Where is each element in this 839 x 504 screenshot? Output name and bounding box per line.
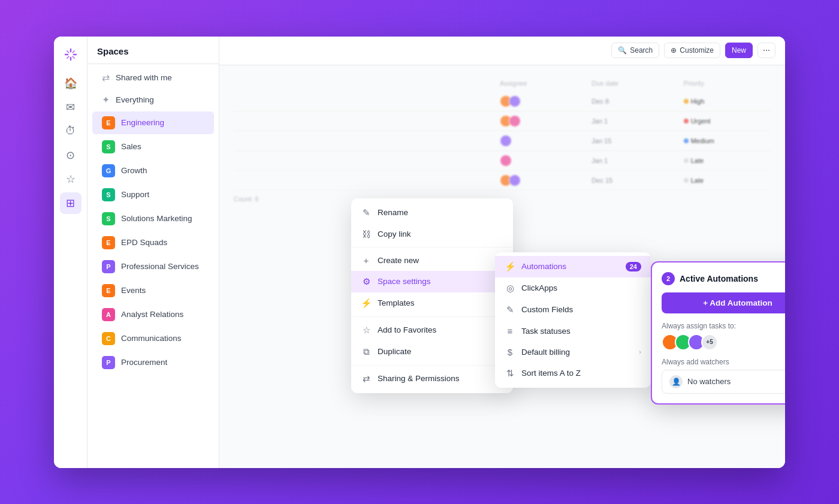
procurement-badge: P xyxy=(102,356,115,369)
sidebar-item-everything[interactable]: ✦ Everything xyxy=(92,89,214,110)
menu-create-new[interactable]: + Create new › xyxy=(351,250,513,271)
sort-icon: ⇅ xyxy=(505,368,515,379)
epd-badge: E xyxy=(102,236,115,249)
panel-header: 2 Active Automations xyxy=(662,272,785,285)
analyst-badge: A xyxy=(102,308,115,321)
submenu: ⚡ Automations 24 ◎ ClickApps ✎ Custom Fi… xyxy=(495,252,651,388)
sidebar-item-label: Procurement xyxy=(121,358,167,367)
engineering-badge: E xyxy=(102,116,115,129)
sidebar-item-engineering[interactable]: E Engineering xyxy=(92,111,214,134)
sidebar-item-label: Growth xyxy=(121,166,147,175)
submenu-sort-label: Sort items A to Z xyxy=(521,369,581,378)
automations-badge: 24 xyxy=(626,262,641,271)
add-automation-button[interactable]: + Add Automation xyxy=(662,292,785,313)
sidebar: Spaces ⇄ Shared with me ✦ Everything E E… xyxy=(87,37,219,468)
menu-create-label: Create new xyxy=(378,256,419,265)
menu-templates-label: Templates xyxy=(378,298,415,307)
menu-copy-label: Copy link xyxy=(378,230,411,239)
events-badge: E xyxy=(102,284,115,297)
submenu-billing[interactable]: $ Default billing › xyxy=(495,342,651,363)
communications-badge: C xyxy=(102,332,115,345)
app-window: 🏠 ✉ ⏱ ⊙ ☆ ⊞ Spaces ⇄ Shared with me ✦ Ev… xyxy=(54,37,785,468)
sidebar-item-events[interactable]: E Events xyxy=(92,279,214,302)
sidebar-item-label: Events xyxy=(121,286,146,295)
sidebar-item-support[interactable]: S Support xyxy=(92,183,214,206)
submenu-task-statuses[interactable]: ≡ Task statuses xyxy=(495,321,651,342)
menu-divider xyxy=(351,316,513,317)
nav-inbox[interactable]: ✉ xyxy=(60,96,82,118)
sidebar-item-communications[interactable]: C Communications xyxy=(92,327,214,350)
sidebar-item-label: Everything xyxy=(116,95,154,104)
menu-templates[interactable]: ⚡ Templates › xyxy=(351,292,513,314)
link-icon: ⛓ xyxy=(361,229,372,239)
sidebar-item-label: Communications xyxy=(121,334,182,343)
nav-favorites[interactable]: ☆ xyxy=(60,168,82,190)
nav-chat[interactable]: ⊙ xyxy=(60,144,82,166)
context-menu: ✎ Rename ⛓ Copy link + Create new › ⚙ xyxy=(351,198,513,393)
sidebar-item-procurement[interactable]: P Procurement xyxy=(92,351,214,374)
sharing-icon: ⇄ xyxy=(361,373,372,384)
submenu-automations[interactable]: ⚡ Automations 24 xyxy=(495,256,651,277)
menu-copy-link[interactable]: ⛓ Copy link xyxy=(351,224,513,245)
sidebar-item-shared[interactable]: ⇄ Shared with me xyxy=(92,67,214,88)
sidebar-item-label: Solutions Marketing xyxy=(121,214,192,223)
fields-icon: ✎ xyxy=(505,304,515,315)
menu-overlay: ✎ Rename ⛓ Copy link + Create new › ⚙ xyxy=(219,37,785,468)
submenu-automations-label: Automations xyxy=(521,262,566,271)
menu-duplicate-label: Duplicate xyxy=(378,347,411,356)
sidebar-item-label: Support xyxy=(121,190,149,199)
no-watchers-button[interactable]: 👤 No watchers xyxy=(662,370,785,394)
chevron-right-icon: › xyxy=(639,348,641,355)
menu-sharing[interactable]: ⇄ Sharing & Permissions xyxy=(351,368,513,390)
sidebar-item-epd[interactable]: E EPD Squads xyxy=(92,231,214,254)
sidebar-item-label: Analyst Relations xyxy=(121,310,183,319)
submenu-sort[interactable]: ⇅ Sort items A to Z xyxy=(495,363,651,384)
sidebar-item-analyst[interactable]: A Analyst Relations xyxy=(92,303,214,326)
panel-title: Active Automations xyxy=(680,274,758,283)
sidebar-divider xyxy=(87,64,219,64)
sidebar-item-label: Professional Services xyxy=(121,262,199,271)
growth-badge: G xyxy=(102,164,115,177)
sidebar-item-label: Shared with me xyxy=(116,73,172,82)
menu-settings-label: Space settings xyxy=(378,277,431,286)
submenu-fields-label: Custom Fields xyxy=(521,305,573,314)
main-content: 🔍 Search ⊕ Customize New ⋯ Assigne xyxy=(219,37,785,468)
sidebar-item-label: EPD Squads xyxy=(121,238,167,247)
professional-badge: P xyxy=(102,260,115,273)
menu-rename-label: Rename xyxy=(378,208,408,217)
automation-panel: 2 Active Automations + Add Automation Al… xyxy=(651,261,785,405)
automations-icon: ⚡ xyxy=(505,261,515,272)
nav-goals[interactable]: ⏱ xyxy=(60,120,82,142)
sidebar-item-solutions[interactable]: S Solutions Marketing xyxy=(92,207,214,230)
sidebar-item-growth[interactable]: G Growth xyxy=(92,159,214,182)
menu-space-settings[interactable]: ⚙ Space settings › xyxy=(351,271,513,292)
nav-spaces[interactable]: ⊞ xyxy=(60,192,82,214)
everything-icon: ✦ xyxy=(102,94,110,105)
submenu-custom-fields[interactable]: ✎ Custom Fields xyxy=(495,299,651,321)
menu-rename[interactable]: ✎ Rename xyxy=(351,202,513,224)
watcher-section: Always add watchers 👤 No watchers xyxy=(662,358,785,394)
submenu-clickapps[interactable]: ◎ ClickApps xyxy=(495,277,651,299)
submenu-clickapps-label: ClickApps xyxy=(521,283,557,292)
submenu-billing-label: Default billing xyxy=(521,348,570,357)
sidebar-item-label: Sales xyxy=(121,142,141,151)
watcher-icon: 👤 xyxy=(669,375,683,388)
menu-duplicate[interactable]: ⧉ Duplicate xyxy=(351,341,513,363)
star-icon: ☆ xyxy=(361,325,372,336)
sidebar-item-sales[interactable]: S Sales xyxy=(92,135,214,158)
sidebar-item-professional[interactable]: P Professional Services xyxy=(92,255,214,278)
shared-icon: ⇄ xyxy=(102,72,110,83)
templates-icon: ⚡ xyxy=(361,298,372,309)
sidebar-title: Spaces xyxy=(87,37,219,61)
assign-label: Always assign tasks to: xyxy=(662,322,785,330)
sidebar-item-label: Engineering xyxy=(121,118,164,127)
menu-favorites-label: Add to Favorites xyxy=(378,325,436,334)
duplicate-icon: ⧉ xyxy=(361,346,372,357)
rename-icon: ✎ xyxy=(361,207,372,218)
settings-icon: ⚙ xyxy=(361,276,372,287)
add-automation-label: + Add Automation xyxy=(703,298,772,307)
menu-add-favorites[interactable]: ☆ Add to Favorites xyxy=(351,319,513,341)
nav-home[interactable]: 🏠 xyxy=(60,73,82,94)
solutions-badge: S xyxy=(102,212,115,225)
menu-divider xyxy=(351,365,513,366)
